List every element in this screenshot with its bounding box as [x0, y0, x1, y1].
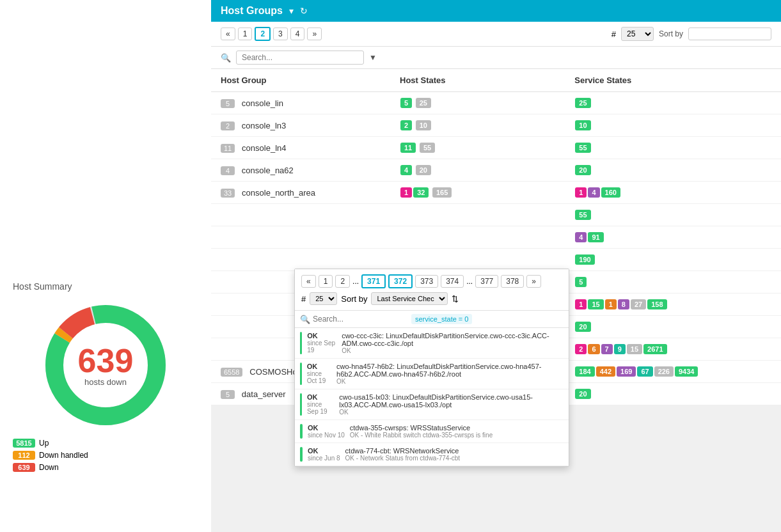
sort-input[interactable]: Host Group Name [688, 27, 771, 40]
group-name[interactable]: console_lin [242, 98, 283, 108]
state-badge[interactable]: 190 [575, 254, 594, 265]
popup-p374[interactable]: 374 [441, 275, 464, 288]
state-badge[interactable]: 20 [416, 165, 431, 175]
search-input[interactable] [236, 51, 364, 65]
popup-ok-label: OK [308, 447, 340, 455]
group-name[interactable]: console_north_area [242, 188, 315, 198]
state-badge[interactable]: 1 [605, 299, 617, 309]
popup-prev[interactable]: « [301, 275, 316, 288]
state-badge[interactable]: 4 [588, 187, 599, 198]
popup-desc-text: cwo-ccc-c3ic: LinuxDefaultDiskPartitionS… [342, 332, 564, 347]
popup-sort-icon[interactable]: ⇅ [452, 294, 459, 304]
state-badge[interactable]: 184 [575, 366, 594, 377]
group-name[interactable]: console_ln4 [242, 143, 286, 153]
page-2-btn[interactable]: 2 [255, 27, 271, 41]
page-1-btn[interactable]: 1 [238, 27, 253, 40]
state-badge[interactable]: 10 [416, 120, 431, 130]
state-badge[interactable]: 1 [400, 187, 412, 198]
popup-sub-text: OK [336, 378, 564, 385]
state-badge[interactable]: 9 [614, 344, 626, 354]
popup-desc-text: cwo-usa15-lx03: LinuxDefaultDiskPartitio… [339, 393, 564, 409]
dropdown-icon[interactable]: ▾ [289, 6, 294, 16]
state-badge[interactable]: 442 [596, 366, 615, 377]
state-badge[interactable]: 1 [575, 187, 587, 198]
sort-by-label: Sort by [659, 29, 683, 38]
state-badge[interactable]: 1 [575, 299, 587, 309]
table-header-row: Host Group Host States Service States [211, 69, 781, 92]
popup-desc-text: ctdwa-774-cbt: WRSNetworkService [345, 447, 461, 455]
state-badge[interactable]: 165 [432, 187, 452, 198]
group-name[interactable]: console_na62 [242, 166, 294, 175]
state-badge[interactable]: 5 [575, 277, 587, 287]
popup-sub-text: OK - Network Status from ctdwa-774-cbt [345, 455, 461, 462]
prev-page-btn[interactable]: « [221, 27, 235, 40]
popup-ok-label: OK [307, 332, 336, 340]
popup-since: since Sep 19 [307, 401, 334, 415]
popup-p2[interactable]: 2 [335, 275, 350, 288]
popup-next[interactable]: » [526, 275, 541, 288]
refresh-icon[interactable]: ↻ [300, 6, 308, 16]
state-badge[interactable]: 160 [601, 187, 620, 198]
state-badge[interactable]: 25 [416, 98, 431, 108]
popup-ok-label: OK [307, 393, 334, 401]
state-badge[interactable]: 67 [637, 366, 652, 377]
table-row: 4 console_na62 4 20 20 [211, 159, 781, 182]
popup-sort-select[interactable]: Last Service Check [371, 292, 448, 305]
state-badge[interactable]: 32 [413, 187, 429, 198]
page-3-btn[interactable]: 3 [273, 27, 288, 40]
popup-search-bar: 🔍 service_state = 0 [295, 311, 569, 328]
popup-filter-label[interactable]: service_state = 0 [411, 314, 472, 324]
state-badge[interactable]: 11 [400, 143, 416, 153]
popup-sub-text: OK [342, 347, 564, 354]
state-badge[interactable]: 226 [654, 366, 674, 377]
state-badge[interactable]: 2 [575, 344, 587, 354]
state-badge[interactable]: 20 [575, 322, 590, 332]
page-title: Host Groups [221, 5, 283, 17]
state-badge[interactable]: 91 [588, 232, 603, 242]
popup-status-bar [300, 393, 302, 416]
state-badge[interactable]: 5 [400, 98, 412, 108]
popup-p373[interactable]: 373 [415, 275, 438, 288]
state-badge[interactable]: 6 [588, 344, 599, 354]
state-badge[interactable]: 7 [601, 344, 613, 354]
state-badge[interactable]: 20 [575, 165, 590, 175]
group-name[interactable]: console_ln3 [242, 121, 286, 130]
popup-p372[interactable]: 372 [388, 274, 413, 288]
popup-status-info: OK since Oct 19 [307, 363, 331, 385]
popup-per-page[interactable]: 25 [310, 292, 337, 305]
state-badge[interactable]: 25 [575, 98, 590, 108]
state-badge[interactable]: 169 [617, 366, 636, 377]
state-badge[interactable]: 4 [400, 165, 412, 175]
state-badge[interactable]: 27 [631, 299, 646, 309]
hash-label: # [611, 29, 616, 39]
state-badge[interactable]: 20 [575, 389, 590, 399]
state-badge[interactable]: 4 [575, 232, 587, 242]
state-badge[interactable]: 2671 [643, 344, 667, 354]
popup-search-input[interactable] [313, 315, 409, 324]
search-bar: 🔍 ▼ [211, 47, 781, 69]
state-badge[interactable]: 10 [575, 120, 590, 130]
per-page-select[interactable]: 25 50 100 [621, 27, 654, 41]
state-badge[interactable]: 2 [400, 120, 412, 130]
state-badge[interactable]: 8 [618, 299, 629, 309]
ds-name[interactable]: data_server [242, 389, 286, 399]
popup-since: since Sep 19 [307, 340, 336, 354]
popup-p378[interactable]: 378 [501, 275, 524, 288]
state-badge[interactable]: 55 [575, 210, 590, 220]
next-page-btn[interactable]: » [307, 27, 322, 40]
popup-p377[interactable]: 377 [475, 275, 498, 288]
popup-description: ctdwa-774-cbt: WRSNetworkService OK - Ne… [345, 447, 461, 462]
state-badge[interactable]: 158 [647, 299, 667, 309]
state-badge[interactable]: 15 [627, 344, 642, 354]
popup-p371[interactable]: 371 [361, 274, 386, 288]
state-badge[interactable]: 55 [575, 143, 590, 153]
state-badge[interactable]: 15 [588, 299, 603, 309]
filter-icon[interactable]: ▼ [369, 53, 377, 62]
popup-p1[interactable]: 1 [319, 275, 333, 288]
legend-up: 5815 Up [13, 439, 88, 448]
popup-desc-text: cwo-hna457-h6b2: LinuxDefaultDiskPartiti… [336, 363, 564, 378]
state-badge[interactable]: 55 [420, 143, 435, 153]
popup-ok-label: OK [307, 363, 331, 370]
page-4-btn[interactable]: 4 [290, 27, 305, 40]
state-badge[interactable]: 9434 [675, 366, 698, 377]
